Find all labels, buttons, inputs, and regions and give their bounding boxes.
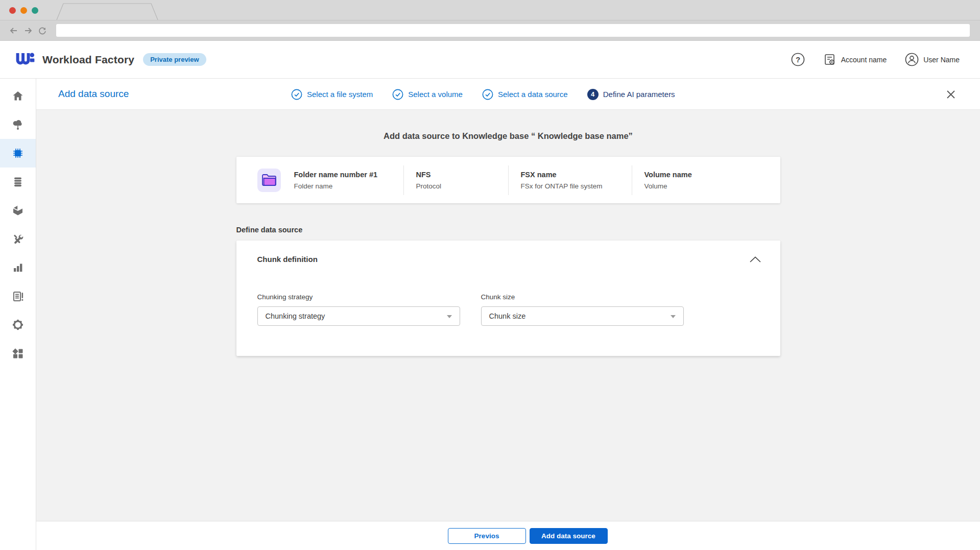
wizard-content: Add data source to Knowledge base “ Know… xyxy=(36,110,980,521)
home-icon xyxy=(12,90,24,102)
private-preview-badge: Private preview xyxy=(143,53,206,66)
fsx-name-value: FSX name xyxy=(521,171,632,179)
add-data-source-button[interactable]: Add data source xyxy=(530,528,608,544)
chunk-definition-title: Chunk definition xyxy=(257,255,318,264)
chunking-strategy-value: Chunking strategy xyxy=(266,312,325,320)
selection-summary-card: Folder name number #1 Folder name NFS Pr… xyxy=(236,157,780,203)
close-window-button[interactable] xyxy=(9,7,16,14)
user-icon xyxy=(905,53,919,66)
chunk-definition-panel: Chunk definition Chunking strategy Chunk… xyxy=(236,241,780,356)
step-number-badge: 4 xyxy=(587,89,599,100)
zoom-window-button[interactable] xyxy=(32,7,38,14)
sidebar-item-storage[interactable] xyxy=(0,168,36,196)
report-icon xyxy=(12,290,24,302)
chevron-down-icon xyxy=(671,315,676,318)
reload-icon[interactable] xyxy=(37,25,48,36)
sidebar-item-ai[interactable] xyxy=(0,139,36,168)
app-title: Workload Factory xyxy=(42,54,134,66)
wheel-icon xyxy=(12,319,24,331)
step-define-ai-parameters[interactable]: 4 Define AI parameters xyxy=(587,89,675,100)
folder-tile xyxy=(257,169,281,192)
step-label: Select a file system xyxy=(307,90,373,99)
account-settings-icon xyxy=(823,53,836,66)
forward-icon[interactable] xyxy=(22,25,34,36)
protocol-label: Protocol xyxy=(416,182,508,190)
chunk-size-value: Chunk size xyxy=(489,312,526,320)
volume-name-label: Volume xyxy=(644,182,780,190)
chunking-strategy-label: Chunking strategy xyxy=(257,293,460,301)
wizard-footer: Previos Add data source xyxy=(36,521,980,550)
folder-icon xyxy=(261,174,277,187)
url-bar[interactable] xyxy=(56,24,970,37)
step-select-file-system[interactable]: Select a file system xyxy=(291,89,373,100)
app-header: Workload Factory Private preview ? Accou… xyxy=(0,41,980,79)
tools-icon xyxy=(12,233,24,245)
close-icon[interactable] xyxy=(945,89,957,100)
define-data-source-label: Define data source xyxy=(236,226,780,234)
step-label: Define AI parameters xyxy=(603,90,675,99)
step-label: Select a volume xyxy=(408,90,463,99)
sidebar-item-reports[interactable] xyxy=(0,253,36,282)
cloud-network-icon xyxy=(12,118,24,131)
step-complete-icon xyxy=(291,89,302,100)
step-label: Select a data source xyxy=(498,90,568,99)
previous-button[interactable]: Previos xyxy=(448,528,526,544)
kb-heading: Add data source to Knowledge base “ Know… xyxy=(36,131,980,141)
browser-tab[interactable] xyxy=(56,3,158,20)
chunk-size-select[interactable]: Chunk size xyxy=(481,306,684,326)
fsx-name-label: FSx for ONTAP file system xyxy=(521,182,632,190)
chunking-strategy-select[interactable]: Chunking strategy xyxy=(257,306,460,326)
sidebar-item-cloud[interactable] xyxy=(0,110,36,139)
sidebar-item-tools[interactable] xyxy=(0,225,36,253)
volume-name-value: Volume name xyxy=(644,171,780,179)
chevron-down-icon xyxy=(447,315,452,318)
package-icon xyxy=(12,204,24,217)
sidebar-item-home[interactable] xyxy=(0,82,36,110)
step-select-volume[interactable]: Select a volume xyxy=(392,89,463,100)
sidebar-item-governance[interactable] xyxy=(0,310,36,339)
sidebar-item-audit[interactable] xyxy=(0,282,36,310)
user-name-label: User Name xyxy=(923,56,960,64)
browser-titlebar xyxy=(0,0,980,20)
step-select-data-source[interactable]: Select a data source xyxy=(482,89,568,100)
wizard-header: Add data source Select a file system Sel… xyxy=(36,79,980,110)
workload-factory-logo xyxy=(14,50,36,70)
stepper: Select a file system Select a volume Sel… xyxy=(291,79,675,110)
user-menu[interactable]: User Name xyxy=(905,53,960,66)
bar-chart-icon xyxy=(12,261,24,274)
ai-chip-icon xyxy=(12,147,24,159)
storage-icon xyxy=(12,176,24,188)
help-icon[interactable]: ? xyxy=(791,53,805,66)
account-name-label: Account name xyxy=(841,56,887,64)
step-complete-icon xyxy=(392,89,403,100)
sidebar-item-apps[interactable] xyxy=(0,339,36,368)
account-menu[interactable]: Account name xyxy=(823,53,887,66)
folder-name-label: Folder name xyxy=(294,182,378,190)
page-title: Add data source xyxy=(58,88,129,100)
chevron-up-icon[interactable] xyxy=(749,255,762,264)
svg-text:?: ? xyxy=(796,55,800,64)
step-complete-icon xyxy=(482,89,493,100)
browser-toolbar xyxy=(0,20,980,41)
chunk-size-label: Chunk size xyxy=(481,293,684,301)
sidebar-item-package[interactable] xyxy=(0,196,36,225)
minimize-window-button[interactable] xyxy=(20,7,27,14)
folder-name-value: Folder name number #1 xyxy=(294,171,378,179)
protocol-value: NFS xyxy=(416,171,508,179)
apps-grid-icon xyxy=(12,347,24,360)
sidebar-nav xyxy=(0,79,36,550)
back-icon[interactable] xyxy=(8,25,19,36)
